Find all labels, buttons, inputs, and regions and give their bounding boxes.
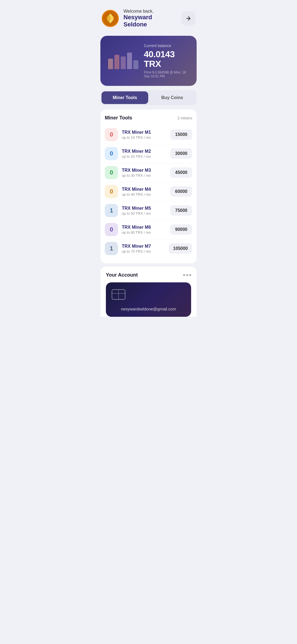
section-title: Miner Tools [105,115,132,121]
navigate-button[interactable] [181,11,196,26]
chart-bar [121,56,126,69]
card-icon [111,289,186,301]
balance-label: Current balance [144,43,189,48]
page-wrapper: Welcome back, Nesyward Seldone Current b… [95,0,202,644]
miner-capacity: up to 20 TRX / mo [122,154,166,159]
miner-count-badge: 0 [105,147,118,160]
avatar [101,10,119,27]
miner-capacity: up to 10 TRX / mo [122,135,166,140]
miner-item[interactable]: 0 TRX Miner M3 up to 30 TRX / mo 45000 [105,163,192,182]
miner-count-badge: 0 [105,185,118,198]
miner-capacity: up to 60 TRX / mo [122,230,166,234]
miner-info: TRX Miner M6 up to 60 TRX / mo [122,225,166,234]
header-text: Welcome back, Nesyward Seldone [123,9,177,28]
account-title: Your Account [106,272,138,278]
tab-buy-coins[interactable]: Buy Coins [149,91,196,104]
miner-name: TRX Miner M5 [122,206,166,211]
balance-card: Current balance 40.0143 TRX Price $ 0.08… [100,36,197,86]
miner-count-badge: 0 [105,128,118,141]
dot-3 [189,274,191,276]
more-options-button[interactable] [183,274,191,276]
miner-name: TRX Miner M1 [122,130,166,135]
chart-bar [114,55,119,69]
miner-info: TRX Miner M1 up to 10 TRX / mo [122,130,166,140]
miner-item[interactable]: 0 TRX Miner M4 up to 40 TRX / mo 60000 [105,182,192,201]
your-account-section: Your Account nesywardseldone@g [100,267,197,317]
miner-info: TRX Miner M5 up to 50 TRX / mo [122,206,166,215]
chart-bar [127,53,132,69]
miner-price: 105000 [169,243,192,254]
dot-1 [183,274,185,276]
tab-miner-tools[interactable]: Miner Tools [101,91,148,104]
account-card: nesywardseldone@gmail.com [106,282,191,317]
miner-info: TRX Miner M2 up to 20 TRX / mo [122,149,166,159]
tabs-container: Miner ToolsBuy Coins [100,90,197,105]
miner-name: TRX Miner M7 [122,244,165,249]
miner-info: TRX Miner M4 up to 40 TRX / mo [122,187,166,197]
miner-name: TRX Miner M4 [122,187,166,192]
miner-name: TRX Miner M3 [122,168,166,173]
miner-name: TRX Miner M2 [122,149,166,154]
miner-capacity: up to 50 TRX / mo [122,211,166,215]
miner-count-badge: 1 [105,242,118,255]
miner-price: 75000 [170,205,192,216]
miner-info: TRX Miner M7 up to 70 TRX / mo [122,244,165,253]
miner-price: 15000 [170,129,192,140]
header: Welcome back, Nesyward Seldone [95,0,202,32]
miner-capacity: up to 70 TRX / mo [122,249,165,253]
miner-price: 90000 [170,224,192,235]
miner-capacity: up to 30 TRX / mo [122,173,166,178]
dot-2 [186,274,188,276]
miner-list: 0 TRX Miner M1 up to 10 TRX / mo 15000 0… [105,125,192,258]
balance-amount: 40.0143 TRX [144,50,189,69]
miner-count-badge: 0 [105,166,118,179]
miner-tools-section: Miner Tools 2 miners 0 TRX Miner M1 up t… [100,110,197,263]
miner-item[interactable]: 1 TRX Miner M5 up to 50 TRX / mo 75000 [105,201,192,220]
miner-count-badge: 1 [105,204,118,217]
section-header: Miner Tools 2 miners [105,115,192,121]
miner-item[interactable]: 1 TRX Miner M7 up to 70 TRX / mo 105000 [105,239,192,258]
balance-info: Current balance 40.0143 TRX Price $ 0.08… [144,43,189,78]
miner-info: TRX Miner M3 up to 30 TRX / mo [122,168,166,178]
miner-item[interactable]: 0 TRX Miner M1 up to 10 TRX / mo 15000 [105,125,192,144]
miner-count-badge: 0 [105,223,118,236]
chart-bars [108,53,138,69]
miner-item[interactable]: 0 TRX Miner M2 up to 20 TRX / mo 30000 [105,144,192,163]
miner-item[interactable]: 0 TRX Miner M6 up to 60 TRX / mo 90000 [105,220,192,239]
user-name: Nesyward Seldone [123,14,177,28]
chart-bar [108,59,113,69]
account-header: Your Account [106,272,191,278]
miner-price: 60000 [170,186,192,197]
balance-price: Price $ 0.084598 @ Mon, 18 Sep 10:01 PM [144,70,189,78]
miner-capacity: up to 40 TRX / mo [122,192,166,197]
chart-bar [133,60,138,69]
miner-price: 45000 [170,167,192,178]
miner-price: 30000 [170,148,192,159]
welcome-text: Welcome back, [123,9,177,14]
miner-name: TRX Miner M6 [122,225,166,230]
miners-count: 2 miners [177,116,192,120]
